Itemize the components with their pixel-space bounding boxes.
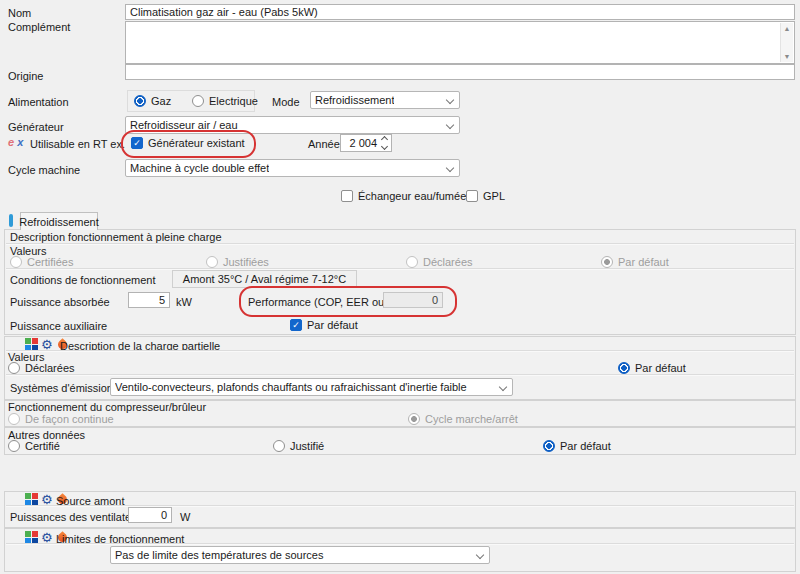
- puissance-absorbee-label: Puissance absorbée: [10, 296, 110, 309]
- radio-label: Déclarées: [423, 256, 473, 268]
- puissance-auxiliaire-label: Puissance auxiliaire: [10, 320, 107, 333]
- checkbox-label: GPL: [483, 190, 505, 202]
- nom-label: Nom: [8, 7, 31, 20]
- systemes-emission-value: Ventilo-convecteurs, plafonds chauffants…: [115, 381, 467, 393]
- cycle-machine-value: Machine à cycle double effet: [130, 162, 269, 174]
- radio-icon: [8, 413, 20, 425]
- radio-label: Electrique: [209, 95, 258, 107]
- checkbox-label: Générateur existant: [148, 137, 245, 149]
- systemes-emission-select[interactable]: Ventilo-convecteurs, plafonds chauffants…: [110, 378, 513, 396]
- cycle-machine-select[interactable]: Machine à cycle double effet: [125, 159, 460, 177]
- origine-input[interactable]: [125, 64, 795, 80]
- chevron-down-icon: [476, 551, 484, 559]
- radio-label: Par défaut: [618, 256, 669, 268]
- radio-electrique[interactable]: Electrique: [192, 95, 258, 107]
- ventilateurs-unit-label: W: [180, 511, 190, 524]
- chevron-down-icon: [446, 121, 454, 129]
- checkbox-check-icon: ✓: [290, 319, 302, 331]
- radio-label: Certifié: [25, 440, 60, 452]
- radio-justifiees[interactable]: Justifiées: [206, 256, 269, 268]
- cycle-machine-label: Cycle machine: [8, 164, 80, 177]
- puissance-absorbee-input[interactable]: 5: [128, 292, 170, 308]
- generateur-select[interactable]: Refroidisseur air / eau: [125, 116, 460, 134]
- radio-icon: [406, 256, 418, 268]
- systemes-emission-label: Systèmes d'émission: [10, 382, 113, 395]
- gpl-checkbox[interactable]: GPL: [466, 190, 505, 202]
- chevron-down-icon: [446, 164, 454, 172]
- origine-label: Origine: [8, 70, 43, 83]
- radio-icon: [192, 95, 204, 107]
- nom-input[interactable]: Climatisation gaz air - eau (Pabs 5kW): [125, 4, 795, 20]
- mode-value: Refroidissement: [315, 94, 394, 106]
- radio-icon: [601, 256, 613, 268]
- scroll-up-icon[interactable]: ▲: [784, 25, 791, 32]
- aux-par-defaut-checkbox[interactable]: ✓ Par défaut: [290, 319, 358, 331]
- ventilateurs-input[interactable]: 0: [128, 507, 172, 523]
- generateur-value: Refroidisseur air / eau: [130, 119, 238, 131]
- scroll-down-icon[interactable]: ▼: [784, 53, 791, 60]
- divider: [6, 243, 794, 245]
- divider: [6, 374, 794, 376]
- checkbox-icon: [466, 190, 478, 202]
- complement-scrollbar[interactable]: ▲ ▼: [780, 23, 793, 62]
- radio-par-defaut-partielle[interactable]: Par défaut: [618, 362, 686, 374]
- spinner-arrows-icon[interactable]: [382, 137, 387, 149]
- annee-label: Année: [308, 138, 340, 151]
- chevron-down-icon: [499, 383, 507, 391]
- radio-icon: [618, 362, 630, 374]
- conditions-button[interactable]: Amont 35°C / Aval régime 7-12°C: [172, 270, 357, 288]
- puissance-unit-label: kW: [176, 296, 192, 309]
- radio-certifiees[interactable]: Certifiées: [10, 256, 73, 268]
- radio-icon: [134, 95, 146, 107]
- radio-declarees[interactable]: Déclarées: [406, 256, 473, 268]
- conditions-label: Conditions de fonctionnement: [10, 274, 156, 287]
- radio-label: Déclarées: [25, 362, 75, 374]
- mode-label: Mode: [272, 96, 300, 109]
- radio-par-defaut-autres[interactable]: Par défaut: [543, 440, 611, 452]
- tab-refroidissement[interactable]: Refroidissement: [20, 212, 98, 230]
- radio-label: Par défaut: [635, 362, 686, 374]
- radio-gaz[interactable]: Gaz: [134, 95, 171, 107]
- divider: [6, 505, 794, 507]
- complement-textarea[interactable]: ▲ ▼: [125, 21, 795, 64]
- radio-icon: [408, 413, 420, 425]
- performance-input[interactable]: 0: [383, 292, 443, 308]
- alimentation-label: Alimentation: [8, 96, 69, 109]
- section-autres-donnees: [4, 427, 796, 455]
- radio-declarees-partielle[interactable]: Déclarées: [8, 362, 75, 374]
- radio-icon: [206, 256, 218, 268]
- generateur-existant-checkbox[interactable]: ✓ Générateur existant: [131, 137, 245, 149]
- radio-cycle-marche-arret[interactable]: Cycle marche/arrêt: [408, 413, 518, 425]
- annee-spinner[interactable]: 2 004: [340, 134, 392, 152]
- annee-value: 2 004: [349, 137, 377, 149]
- generateur-label: Générateur: [8, 121, 64, 134]
- radio-par-defaut-pleine-charge[interactable]: Par défaut: [601, 256, 669, 268]
- ex-icon: ex: [8, 136, 23, 148]
- radio-icon: [273, 440, 285, 452]
- radio-icon: [8, 440, 20, 452]
- ventilateurs-label: Puissances des ventilateurs: [10, 511, 146, 524]
- radio-justifie[interactable]: Justifié: [273, 440, 324, 452]
- tab-marker-icon: [9, 214, 13, 227]
- radio-label: Cycle marche/arrêt: [425, 413, 518, 425]
- radio-label: Justifiées: [223, 256, 269, 268]
- mode-select[interactable]: Refroidissement: [310, 91, 460, 109]
- echangeur-checkbox[interactable]: Échangeur eau/fumée: [341, 190, 466, 202]
- divider: [6, 268, 794, 270]
- checkbox-label: Échangeur eau/fumée: [358, 190, 466, 202]
- radio-icon: [10, 256, 22, 268]
- radio-label: Gaz: [151, 95, 171, 107]
- radio-label: Certifiées: [27, 256, 73, 268]
- complement-label: Complément: [8, 21, 70, 34]
- limites-select[interactable]: Pas de limite des températures de source…: [110, 546, 490, 564]
- radio-icon: [8, 362, 20, 374]
- radio-label: Justifié: [290, 440, 324, 452]
- tab-label: Refroidissement: [19, 216, 98, 228]
- chevron-down-icon: [446, 96, 454, 104]
- radio-label: De façon continue: [25, 413, 114, 425]
- radio-certifie[interactable]: Certifié: [8, 440, 60, 452]
- checkbox-label: Par défaut: [307, 319, 358, 331]
- radio-facon-continue[interactable]: De façon continue: [8, 413, 114, 425]
- rt-ex-label: Utilisable en RT ex.: [30, 138, 125, 151]
- divider: [6, 543, 794, 545]
